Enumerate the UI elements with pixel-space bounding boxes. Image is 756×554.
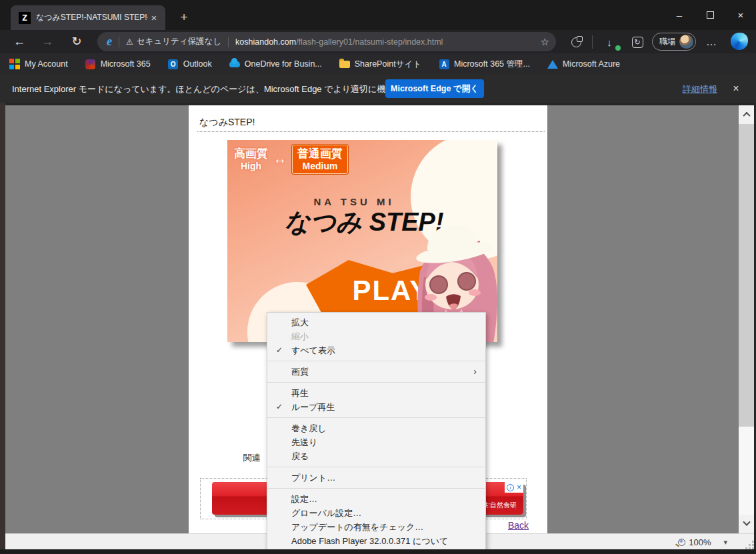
ie-mode-banner: Internet Explorer モードになっています。ほとんどのページは、M… — [0, 75, 756, 103]
extensions-button[interactable] — [568, 34, 584, 50]
back-button[interactable]: ← — [9, 31, 29, 51]
bookmark-sharepoint[interactable]: SharePointサイト — [339, 59, 421, 70]
divider — [228, 37, 229, 47]
bookmark-label: Microsoft Azure — [563, 59, 620, 69]
window-edge — [0, 103, 5, 554]
microsoft-logo-icon — [9, 59, 20, 69]
chevron-up-icon — [743, 112, 750, 119]
scroll-up-button[interactable] — [739, 105, 754, 124]
bookmark-microsoft-365[interactable]: Microsoft 365 — [85, 59, 151, 69]
menu-item-zoom-out[interactable]: 縮小 — [267, 329, 485, 343]
learn-more-link[interactable]: 詳細情報 — [683, 83, 717, 95]
back-link[interactable]: Back — [508, 520, 529, 531]
scrollbar-thumb[interactable] — [739, 124, 754, 427]
menu-item-forward[interactable]: 先送り — [267, 435, 485, 449]
minimize-button[interactable]: – — [664, 0, 695, 30]
settings-menu-button[interactable]: … — [703, 34, 720, 50]
browser-tab[interactable]: Z なつみSTEP!-NATSUMI STEP!- × — [11, 5, 165, 30]
address-bar[interactable]: e ⚠ セキュリティ保護なし koshiandoh.com/flash-gall… — [97, 32, 556, 51]
quality-medium-button[interactable]: 普通画質 Medium — [292, 145, 348, 174]
ad-close-icon[interactable]: × — [517, 483, 521, 491]
internet-explorer-icon: e — [107, 35, 112, 49]
bookmark-label: Microsoft 365 — [101, 59, 151, 69]
menu-item-check-updates[interactable]: アップデートの有無をチェック… — [267, 520, 485, 534]
bookmark-m365-admin[interactable]: A Microsoft 365 管理... — [439, 59, 530, 70]
favorite-star-icon[interactable]: ☆ — [541, 36, 549, 48]
resize-grip[interactable] — [749, 544, 751, 546]
divider — [592, 35, 593, 49]
menu-separator — [267, 417, 485, 418]
url-text[interactable]: koshiandoh.com/flash-gallery01/natsumi-s… — [235, 37, 535, 47]
folder-icon — [339, 59, 350, 69]
menu-item-quality[interactable]: 画質› — [267, 365, 485, 379]
new-tab-button[interactable]: + — [175, 8, 193, 27]
url-domain: koshiandoh.com — [235, 37, 296, 47]
page-viewport: なつみSTEP! 高画質 High ↔ 普通画質 Medium — [0, 103, 756, 554]
divider — [119, 37, 119, 47]
close-button[interactable]: × — [725, 0, 756, 30]
quality-toggle: 高画質 High ↔ 普通画質 Medium — [234, 145, 348, 174]
ie-mode-indicator-button[interactable]: ↻ — [629, 34, 645, 50]
open-in-edge-button[interactable]: Microsoft Edge で開く — [385, 79, 484, 98]
menu-item-back[interactable]: 戻る — [267, 449, 485, 463]
zoom-dropdown-caret-icon[interactable]: ▾ — [723, 538, 727, 547]
zoom-level: 100% — [689, 537, 711, 547]
bookmark-azure[interactable]: Microsoft Azure — [547, 59, 620, 69]
extensions-icon — [571, 37, 581, 47]
banner-close-icon[interactable]: × — [728, 81, 744, 97]
menu-item-about-flash-player[interactable]: Adobe Flash Player 32.0.0.371 について — [267, 534, 485, 548]
bookmark-my-account[interactable]: My Account — [9, 59, 68, 69]
menu-item-zoom-in[interactable]: 拡大 — [267, 315, 485, 329]
flash-context-menu: 拡大 縮小 ✓すべて表示 画質› 再生 ✓ループ再生 巻き戻し 先送り 戻る プ… — [267, 312, 486, 551]
divider — [197, 131, 545, 132]
maximize-button[interactable] — [695, 0, 725, 30]
security-label[interactable]: セキュリティ保護なし — [137, 36, 221, 47]
bookmarks-bar: My Account Microsoft 365 O Outlook OneDr… — [0, 53, 756, 75]
menu-item-show-all[interactable]: ✓すべて表示 — [267, 343, 485, 357]
bookmark-outlook[interactable]: O Outlook — [168, 59, 212, 69]
tab-close-icon[interactable]: × — [148, 12, 160, 23]
quality-high-option[interactable]: 高画質 High — [234, 147, 268, 171]
chevron-down-icon — [743, 519, 750, 526]
menu-separator — [267, 382, 485, 383]
submenu-arrow-icon: › — [473, 365, 477, 379]
magnifier-icon: + — [678, 539, 685, 546]
scroll-down-button[interactable] — [739, 515, 754, 533]
forward-button[interactable]: → — [37, 31, 57, 51]
ad-info-icon[interactable]: i — [507, 484, 514, 491]
microsoft-365-icon — [85, 59, 96, 69]
page-title: なつみSTEP! — [199, 117, 255, 129]
ie-mode-reload-icon: ↻ — [632, 37, 643, 48]
vertical-scrollbar[interactable] — [739, 105, 754, 533]
url-path: /flash-gallery01/natsumi-step/index.html — [296, 37, 443, 47]
ie-mode-message: Internet Explorer モードになっています。ほとんどのページは、M… — [12, 83, 429, 95]
zoom-control[interactable]: + 100% ▾ — [678, 534, 727, 550]
azure-icon — [547, 59, 558, 69]
favicon: Z — [19, 12, 31, 24]
onedrive-cloud-icon — [229, 59, 240, 69]
menu-item-print[interactable]: プリント… — [267, 471, 485, 485]
browser-window: Z なつみSTEP!-NATSUMI STEP!- × + – × ← → ↻ … — [0, 0, 756, 554]
copilot-icon[interactable] — [731, 33, 748, 50]
menu-item-loop[interactable]: ✓ループ再生 — [267, 400, 485, 414]
menu-separator — [267, 361, 485, 361]
security-warning-icon: ⚠ — [126, 37, 133, 47]
menu-item-rewind[interactable]: 巻き戻し — [267, 421, 485, 435]
menu-separator — [267, 467, 485, 467]
profile-button[interactable]: 職場 — [652, 33, 696, 51]
profile-label: 職場 — [659, 36, 675, 47]
menu-item-play[interactable]: 再生 — [267, 386, 485, 400]
check-icon: ✓ — [276, 400, 283, 414]
toolbar: ← → ↻ e ⚠ セキュリティ保護なし koshiandoh.com/flas… — [0, 30, 756, 53]
check-icon: ✓ — [276, 343, 283, 357]
menu-item-global-settings[interactable]: グローバル設定… — [267, 506, 485, 520]
menu-separator — [267, 488, 485, 489]
downloads-button[interactable]: ↓ — [601, 34, 617, 50]
refresh-button[interactable]: ↻ — [67, 31, 87, 51]
admin-center-icon: A — [439, 59, 449, 69]
window-edge — [0, 549, 756, 554]
maximize-icon — [707, 11, 714, 19]
menu-item-settings[interactable]: 設定… — [267, 492, 485, 506]
bookmark-onedrive[interactable]: OneDrive for Busin... — [229, 59, 322, 69]
tab-title: なつみSTEP!-NATSUMI STEP!- — [36, 12, 148, 23]
